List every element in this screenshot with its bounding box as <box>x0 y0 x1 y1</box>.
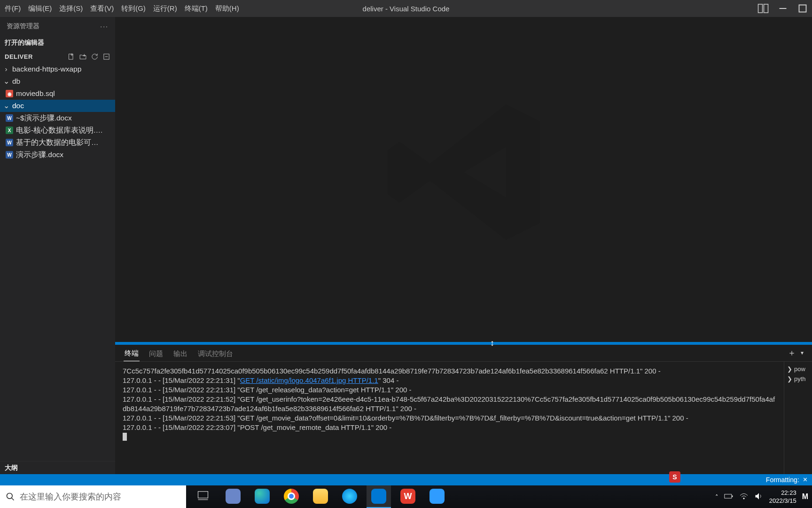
ime-indicator[interactable]: M <box>802 492 808 501</box>
sogou-ime-icon[interactable]: S <box>669 471 680 483</box>
svg-point-17 <box>743 498 744 499</box>
terminal-cursor <box>123 433 127 441</box>
menu-edit[interactable]: 编辑(E) <box>24 0 55 17</box>
editor-area: ↕ 终端 问题 输出 调试控制台 ＋ ▾ 7Cc5c757fa2fe305fb4… <box>115 17 812 474</box>
maximize-button[interactable] <box>797 3 808 14</box>
tab-problems[interactable]: 问题 <box>148 347 164 361</box>
menu-go[interactable]: 转到(G) <box>117 0 149 17</box>
minimize-button[interactable] <box>777 3 789 14</box>
app-button[interactable] <box>337 485 362 508</box>
menu-help[interactable]: 帮助(H) <box>211 0 243 17</box>
chrome-button[interactable] <box>279 485 304 508</box>
wps-button[interactable]: W <box>396 485 420 508</box>
explorer-sidebar: 资源管理器 ··· 打开的编辑器 DELIVER › backend-https… <box>0 17 115 474</box>
excel-file-icon: X <box>6 127 13 134</box>
refresh-icon[interactable] <box>91 53 99 61</box>
volume-icon[interactable] <box>754 492 764 502</box>
project-header[interactable]: DELIVER <box>0 50 115 63</box>
terminal-icon: ❯ <box>787 365 792 373</box>
svg-rect-15 <box>725 494 732 498</box>
terminal-list: ❯pow ❯pyth <box>784 362 812 474</box>
svg-point-11 <box>7 493 13 499</box>
tray-chevron-icon[interactable]: ˄ <box>715 493 718 500</box>
vscode-watermark-icon <box>379 87 548 259</box>
window-controls <box>757 3 812 14</box>
layout-icon[interactable] <box>757 3 769 14</box>
tree-file[interactable]: W 基于的大数据的电影可视化... <box>0 136 115 149</box>
status-formatting: Formatting: <box>766 476 799 484</box>
close-icon[interactable]: × <box>803 476 807 484</box>
clock-date: 2022/3/15 <box>769 497 796 505</box>
tree-folder[interactable]: ⌄ db <box>0 75 115 87</box>
svg-line-12 <box>12 498 14 500</box>
battery-icon[interactable] <box>724 493 734 501</box>
chevron-down-icon: ⌄ <box>3 77 9 86</box>
chevron-down-icon: ⌄ <box>3 102 9 110</box>
svg-rect-16 <box>732 495 733 497</box>
terminal-entry[interactable]: ❯pow <box>787 365 809 373</box>
tree-file[interactable]: W 演示步骤.docx <box>0 149 115 161</box>
app-button[interactable] <box>425 485 449 508</box>
explorer-title: 资源管理器 <box>7 22 39 31</box>
tab-debug-console[interactable]: 调试控制台 <box>197 347 234 361</box>
panel-tabs: 终端 问题 输出 调试控制台 ＋ ▾ <box>115 345 812 362</box>
editor-empty <box>115 17 812 342</box>
tree-file[interactable]: X 电影-核心数据库表说明.xlsx <box>0 124 115 136</box>
taskview-button[interactable] <box>192 485 216 508</box>
app-button[interactable] <box>221 485 245 508</box>
collapse-icon[interactable] <box>102 53 110 61</box>
taskbar-apps: W <box>192 485 449 508</box>
menu-bar: 件(F) 编辑(E) 选择(S) 查看(V) 转到(G) 运行(R) 终端(T)… <box>0 0 243 17</box>
edge-button[interactable] <box>250 485 274 508</box>
menu-file[interactable]: 件(F) <box>1 0 24 17</box>
svg-rect-13 <box>198 492 208 498</box>
open-editors-header[interactable]: 打开的编辑器 <box>0 36 115 50</box>
menu-run[interactable]: 运行(R) <box>149 0 181 17</box>
tab-terminal[interactable]: 终端 <box>124 346 140 361</box>
windows-search[interactable]: 在这里输入你要搜索的内容 <box>0 485 186 508</box>
outline-header[interactable]: 大纲 <box>0 461 115 474</box>
tab-output[interactable]: 输出 <box>172 347 188 361</box>
svg-rect-0 <box>758 4 763 13</box>
terminal-output[interactable]: 7Cc5c757fa2fe305fb41d57714025ca0f9b505b0… <box>115 362 784 474</box>
terminal-link[interactable]: GET /static/img/logo.4047a6f1.jpg HTTP/1… <box>240 376 378 384</box>
terminal-dropdown-icon[interactable]: ▾ <box>801 349 804 356</box>
explorer-button[interactable] <box>308 485 333 508</box>
new-file-icon[interactable] <box>67 53 75 61</box>
wifi-icon[interactable] <box>739 492 749 501</box>
database-icon: ◉ <box>6 90 13 97</box>
menu-view[interactable]: 查看(V) <box>86 0 117 17</box>
window-title: deliver - Visual Studio Code <box>363 5 450 13</box>
tree-file[interactable]: ◉ moviedb.sql <box>0 87 115 100</box>
tree-folder-selected[interactable]: ⌄ doc <box>0 100 115 112</box>
resize-cursor-icon: ↕ <box>490 338 494 348</box>
terminal-entry[interactable]: ❯pyth <box>787 375 809 382</box>
status-bar: Formatting: × <box>0 474 812 485</box>
more-icon[interactable]: ··· <box>100 23 109 30</box>
menu-terminal[interactable]: 终端(T) <box>181 0 211 17</box>
new-folder-icon[interactable] <box>79 53 87 61</box>
word-file-icon: W <box>6 114 13 122</box>
explorer-header: 资源管理器 ··· <box>0 17 115 36</box>
project-name: DELIVER <box>5 53 33 60</box>
tree-folder[interactable]: › backend-https-wxapp <box>0 63 115 75</box>
vscode-button[interactable] <box>367 485 391 508</box>
panel-resize-handle[interactable]: ↕ <box>115 342 812 345</box>
search-placeholder: 在这里输入你要搜索的内容 <box>20 491 121 502</box>
clock-time: 22:23 <box>769 489 796 497</box>
word-file-icon: W <box>6 139 13 146</box>
menu-select[interactable]: 选择(S) <box>55 0 86 17</box>
windows-taskbar: 在这里输入你要搜索的内容 W ˄ 22:23 2022/3/15 M <box>0 485 812 508</box>
taskbar-clock[interactable]: 22:23 2022/3/15 <box>769 489 796 505</box>
title-bar: 件(F) 编辑(E) 选择(S) 查看(V) 转到(G) 运行(R) 终端(T)… <box>0 0 812 17</box>
terminal-icon: ❯ <box>787 375 792 382</box>
system-tray: ˄ 22:23 2022/3/15 M <box>715 489 812 505</box>
new-terminal-button[interactable]: ＋ <box>788 347 796 358</box>
svg-rect-1 <box>764 4 768 13</box>
chevron-right-icon: › <box>3 65 9 73</box>
word-file-icon: W <box>6 151 13 159</box>
search-icon <box>6 492 15 501</box>
bottom-panel: 终端 问题 输出 调试控制台 ＋ ▾ 7Cc5c757fa2fe305fb41d… <box>115 345 812 474</box>
file-tree: › backend-https-wxapp ⌄ db ◉ moviedb.sql… <box>0 63 115 161</box>
tree-file[interactable]: W ~$演示步骤.docx <box>0 112 115 124</box>
